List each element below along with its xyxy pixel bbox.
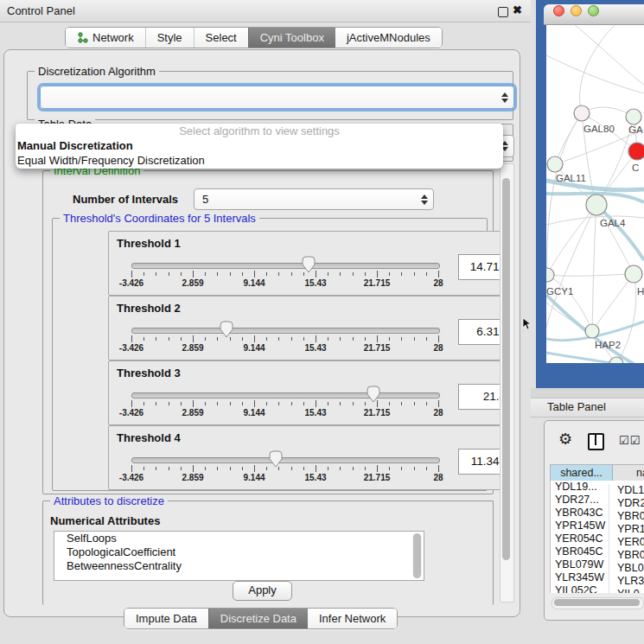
slider-thumb[interactable] (367, 386, 380, 403)
slider-tick (303, 402, 304, 405)
slider-tick (143, 402, 144, 405)
attributes-scrollbar[interactable] (412, 533, 422, 578)
slider-tick (254, 335, 255, 342)
table-row[interactable]: YLR345WYLR3 (551, 571, 644, 584)
algorithm-combobox[interactable] (40, 86, 514, 109)
network-edge[interactable] (546, 353, 616, 363)
network-edge[interactable] (547, 205, 596, 275)
network-edge[interactable] (596, 205, 644, 260)
network-edge[interactable] (592, 274, 634, 331)
network-node[interactable] (586, 194, 607, 215)
gear-icon[interactable]: ⚙ (558, 430, 572, 449)
network-edge[interactable] (592, 205, 596, 331)
threshold-label: Threshold 2 (117, 302, 181, 315)
tab-cyni-toolbox[interactable]: Cyni Toolbox (248, 28, 335, 48)
table-row[interactable]: YPR145WYPR1 (551, 520, 644, 532)
slider-tick (426, 402, 427, 405)
table-row[interactable]: YBL079WYBL0 (551, 558, 644, 571)
slider-tick-label: 2.859 (171, 473, 214, 482)
network-node[interactable] (626, 109, 641, 124)
network-edge[interactable] (546, 205, 596, 330)
bottom-tab-bar: Impute DataDiscretize DataInfer Network (124, 608, 398, 629)
table-row[interactable]: YBR043CYBR0 (551, 507, 644, 520)
slider-track[interactable] (131, 392, 440, 399)
attribute-item-selfloops[interactable]: SelfLoops (54, 532, 424, 545)
tab-impute-data[interactable]: Impute Data (124, 609, 208, 628)
table-row[interactable]: YER054CYER0 (551, 532, 644, 545)
tab-jactivemnodules[interactable]: jActiveMNodules (335, 28, 442, 48)
table-row[interactable]: YBR045CYBR0 (551, 545, 644, 558)
slider-tick (266, 337, 267, 341)
network-node[interactable] (628, 143, 644, 160)
network-edge[interactable] (580, 25, 615, 113)
column-header-shared-name[interactable]: shared... (551, 465, 613, 481)
slider-thumb[interactable] (302, 256, 316, 273)
dropdown-item-equal-width-frequency-discretization[interactable]: Equal Width/Frequency Discretization (16, 153, 503, 168)
slider-tick (143, 272, 144, 276)
network-node[interactable] (546, 268, 554, 282)
attribute-item-topologicalcoefficient[interactable]: TopologicalCoefficient (54, 545, 424, 559)
minimize-traffic-light-icon[interactable] (571, 5, 582, 16)
network-canvas[interactable]: GAL80GACGAL11GAL4GCY1HHAP2 (546, 25, 644, 363)
node-label-hap2: HAP2 (595, 340, 621, 350)
slider-tick (291, 467, 292, 470)
attribute-item-betweennesscentrality[interactable]: BetweennessCentrality (54, 559, 424, 573)
slider-track[interactable] (131, 457, 440, 463)
slider-tick (389, 467, 390, 470)
slider-tick-label: -3.426 (110, 408, 153, 418)
apply-button[interactable]: Apply (233, 581, 292, 601)
network-node[interactable] (625, 265, 642, 283)
slider-tick (426, 337, 427, 341)
slider-track[interactable] (131, 263, 440, 269)
network-edge[interactable] (574, 25, 644, 85)
slider-thumb[interactable] (220, 321, 233, 338)
network-edge[interactable] (547, 274, 634, 276)
network-node[interactable] (547, 156, 563, 172)
tab-label: Select (206, 28, 237, 48)
node-label-c: C (632, 163, 639, 173)
node-label-gal11: GAL11 (556, 173, 586, 183)
slider-tick (169, 402, 169, 405)
table-row[interactable]: YDL19...YDL1 (551, 481, 644, 494)
float-window-icon[interactable] (498, 7, 508, 17)
table-horizontal-scrollbar[interactable] (552, 597, 644, 609)
slider-track[interactable] (131, 328, 440, 334)
interval-definition-group: Interval Definition Number of Intervals … (42, 170, 494, 494)
network-view-window[interactable]: GAL80GACGAL11GAL4GCY1HHAP2 (536, 0, 644, 388)
column-header-name[interactable]: na (613, 465, 644, 481)
slider-tick (365, 467, 366, 470)
tab-infer-network[interactable]: Infer Network (308, 609, 397, 628)
column-layout-icon[interactable] (588, 433, 604, 450)
close-icon[interactable]: ✖ (513, 3, 522, 16)
slider-tick (169, 272, 169, 276)
slider-tick (303, 337, 304, 341)
slider-tick-label: 21.715 (355, 473, 399, 482)
attributes-list[interactable]: SelfLoopsTopologicalCoefficientBetweenne… (54, 531, 424, 581)
tab-select[interactable]: Select (194, 28, 248, 48)
slider-tick (143, 467, 144, 470)
checkbox-icons[interactable]: ☑☑ (619, 434, 641, 447)
tab-discretize-data[interactable]: Discretize Data (208, 609, 308, 628)
slider-thumb[interactable] (269, 450, 283, 468)
settings-scrollbar-thumb[interactable] (502, 178, 510, 560)
table-row[interactable]: YIL052CYIL0 (551, 584, 644, 593)
slider-tick (328, 337, 328, 341)
table-row[interactable]: YDR27...YDR2 (551, 494, 644, 507)
control-panel-titlebar (0, 0, 531, 22)
tab-network[interactable]: Network (66, 28, 145, 48)
zoom-traffic-light-icon[interactable] (588, 5, 599, 16)
network-node[interactable] (574, 105, 590, 121)
close-traffic-light-icon[interactable] (553, 5, 564, 16)
slider-tick (365, 272, 366, 276)
dropdown-item-manual-discretization[interactable]: Manual Discretization (16, 138, 503, 153)
network-node[interactable] (585, 324, 599, 338)
dropdown-hint: Select algorithm to view settings (16, 124, 503, 138)
settings-scrollbar[interactable] (500, 163, 514, 603)
network-edge[interactable] (546, 55, 644, 93)
slider-tick (401, 272, 402, 276)
number-of-intervals-combobox[interactable]: 5 (194, 188, 434, 210)
tab-label: Style (157, 28, 182, 48)
slider-tick-label: 9.144 (233, 278, 276, 288)
tab-style[interactable]: Style (145, 28, 194, 48)
table-scrollbar-thumb[interactable] (554, 599, 640, 606)
